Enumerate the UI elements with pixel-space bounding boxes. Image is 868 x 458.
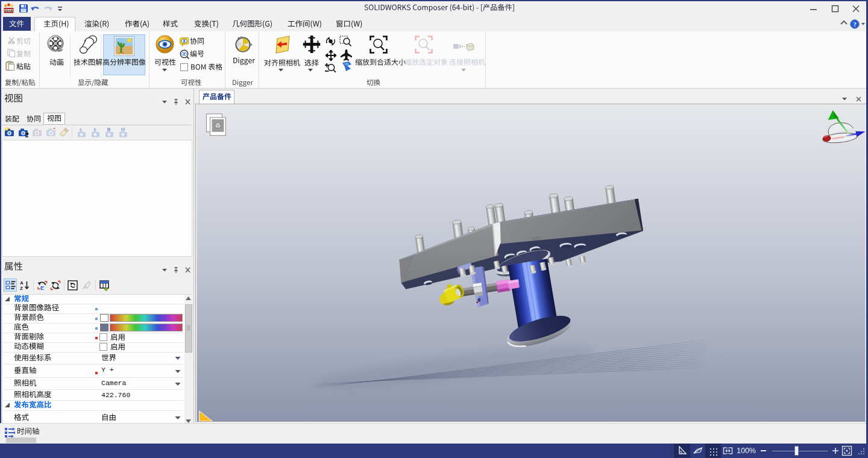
svg-text:Z: Z	[20, 286, 23, 290]
svg-text:A: A	[20, 280, 24, 286]
svg-text:E: E	[40, 285, 44, 291]
svg-text:2018: 2018	[5, 8, 13, 13]
svg-text:?: ?	[853, 21, 856, 28]
